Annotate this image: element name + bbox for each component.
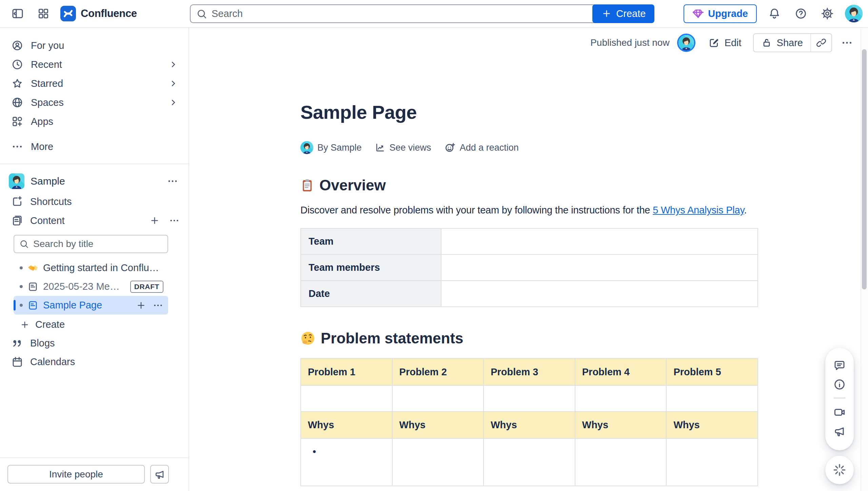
bell-icon [768,7,781,20]
five-whys-link[interactable]: 5 Whys Analysis Play [653,205,744,215]
clock-icon [11,58,23,71]
smiley-plus-icon [444,142,456,153]
apps-grid-icon [11,115,23,128]
calendar-icon [11,356,23,368]
create-button-label: Create [616,8,646,19]
sidebar-item-content[interactable]: Content [0,211,189,230]
copy-link-button[interactable] [810,34,831,52]
plus-icon [20,320,30,330]
global-search-input[interactable] [212,8,614,19]
info-row-label: Team [301,228,441,254]
comments-button[interactable] [830,356,849,375]
gem-icon [692,8,704,19]
top-app-bar: Confluence Create Upgrade [0,0,868,28]
sidebar-item-label: More [31,141,53,152]
chevron-right-icon[interactable] [168,78,178,89]
chevron-right-icon[interactable] [168,97,178,108]
share-button-group: Share [753,33,832,52]
overview-text-end: . [744,205,747,215]
rail-divider [833,397,846,399]
app-switcher-button[interactable] [35,5,52,22]
add-content-icon[interactable] [149,215,160,226]
ai-assistant-button[interactable] [825,456,854,484]
sidebar-item-label: Blogs [30,338,55,349]
table-row [301,385,758,412]
help-button[interactable] [792,5,810,22]
sidebar-item-shortcuts[interactable]: Shortcuts [0,192,189,211]
share-button[interactable]: Share [754,34,810,52]
problem-statements-table: Problem 1 Problem 2 Problem 3 Problem 4 … [300,358,758,486]
settings-button[interactable] [818,5,836,22]
create-button[interactable]: Create [592,4,654,23]
upgrade-button[interactable]: Upgrade [684,4,757,23]
tree-bullet [20,285,23,288]
page-more-icon[interactable] [153,300,163,311]
plus-icon [601,8,612,19]
chevron-right-icon[interactable] [168,59,178,70]
shortcut-add-icon [11,195,23,208]
global-search[interactable] [190,4,620,23]
team-info-table: Team Team members Date [300,228,758,307]
problem-column-header: Problem 3 [484,358,575,385]
unlock-icon [761,37,772,48]
content-title-search-input[interactable] [33,239,163,249]
feedback-button[interactable] [150,465,169,484]
tree-item-label: 2025-05-23 Meeting ... [43,281,122,292]
problem-column-header: Problem 4 [575,358,667,385]
confluence-logo-icon [60,6,76,21]
content-title-search[interactable] [14,235,168,253]
page-title: Sample Page [300,100,758,124]
sidebar-item-for-you[interactable]: For you [0,36,189,55]
see-views-label: See views [390,143,431,153]
add-child-page-icon[interactable] [136,300,146,311]
sidebar-item-calendars[interactable]: Calendars [0,353,189,371]
details-button[interactable] [830,375,849,394]
notifications-button[interactable] [766,5,783,22]
page-more-actions-button[interactable] [841,37,853,49]
user-avatar[interactable] [845,5,863,22]
record-video-button[interactable] [830,403,849,422]
ellipsis-icon [11,140,23,153]
collapse-sidebar-button[interactable] [9,5,26,22]
star-icon [11,77,23,90]
add-reaction-button[interactable]: Add a reaction [444,142,519,153]
sidebar-item-label: Calendars [30,356,75,367]
sidebar-item-starred[interactable]: Starred [0,74,189,93]
search-icon [19,239,29,249]
sidebar-item-blogs[interactable]: Blogs [0,334,189,353]
topbar-left-cluster: Confluence [9,0,137,27]
invite-people-button[interactable]: Invite people [7,465,145,484]
problem-cell [575,385,667,412]
problem-cell [301,385,392,412]
panel-left-icon [11,7,24,20]
content-tree: Getting started in Confluence... 2025-05… [0,259,189,334]
tree-create-button[interactable]: Create [14,315,168,334]
sidebar-item-more[interactable]: More [0,137,189,156]
problem-cell [666,385,758,412]
search-icon [196,8,208,20]
announcement-button[interactable] [830,422,849,441]
tree-item-getting-started[interactable]: Getting started in Confluence... [14,259,168,277]
scrollbar-thumb[interactable] [862,49,867,289]
product-name: Confluence [81,7,137,20]
problem-column-header: Problem 5 [666,358,758,385]
space-header[interactable]: Sample [0,170,189,192]
tree-item-sample-page[interactable]: Sample Page [14,296,168,315]
space-more-button[interactable] [167,175,178,187]
see-views-button[interactable]: See views [375,142,431,153]
info-row-label: Date [301,281,441,307]
sidebar-item-spaces[interactable]: Spaces [0,93,189,112]
globe-icon [11,96,23,109]
link-icon [816,37,827,48]
scrollbar-track[interactable] [861,29,868,491]
whys-cell: • [301,438,392,486]
overview-text: Discover and resolve problems with your … [300,205,653,215]
tree-item-meeting-draft[interactable]: 2025-05-23 Meeting ... DRAFT [14,277,168,296]
product-home[interactable]: Confluence [60,6,137,21]
content-more-icon[interactable] [169,215,180,226]
draft-badge: DRAFT [130,281,163,293]
sidebar-item-recent[interactable]: Recent [0,55,189,74]
problem-statements-heading-text: Problem statements [321,329,463,347]
burst-icon [833,463,846,477]
sidebar-item-apps[interactable]: Apps [0,112,189,131]
